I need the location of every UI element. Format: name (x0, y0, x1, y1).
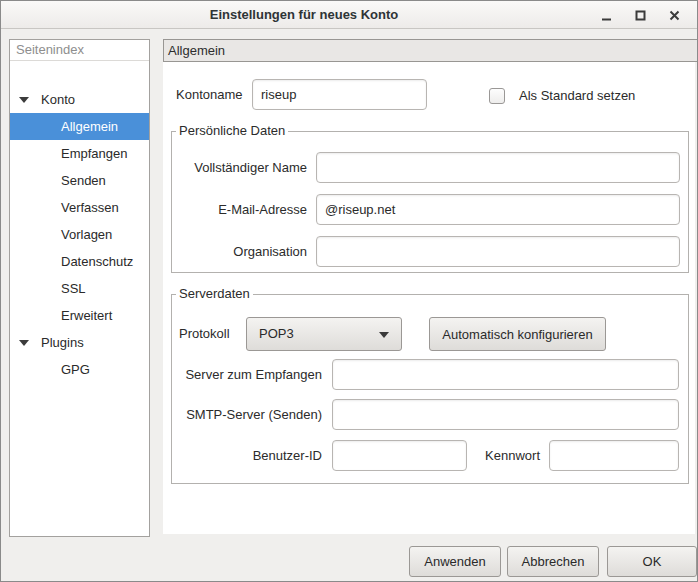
sidebar-item-datenschutz[interactable]: Datenschutz (10, 248, 149, 275)
content-panel: Kontoname Als Standard setzen Persönlich… (163, 62, 695, 534)
sidebar-item-label: SSL (61, 281, 86, 296)
kontoname-label: Kontoname (176, 87, 243, 103)
sidebar-item-label: Vorlagen (61, 227, 112, 242)
sidebar-item-label: Senden (61, 173, 106, 188)
sidebar-item-verfassen[interactable]: Verfassen (10, 194, 149, 221)
window-title: Einstellungen für neues Konto (1, 1, 607, 29)
full-name-input[interactable] (316, 152, 680, 183)
maximize-icon (635, 10, 646, 21)
page-title: Allgemein (163, 39, 698, 62)
ok-button[interactable]: OK (607, 546, 697, 577)
email-input[interactable] (316, 194, 680, 225)
protocol-label: Protokoll (179, 326, 230, 342)
sidebar-item-gpg[interactable]: GPG (10, 356, 149, 383)
user-id-label: Benutzer-ID (172, 448, 322, 464)
password-input[interactable] (549, 440, 679, 471)
account-settings-dialog: Einstellungen für neues Konto Seiteninde… (0, 0, 698, 582)
titlebar: Einstellungen für neues Konto (1, 1, 697, 29)
default-checkbox[interactable] (489, 88, 505, 104)
organisation-label: Organisation (172, 244, 307, 260)
expander-down-icon[interactable] (19, 97, 29, 103)
email-label: E-Mail-Adresse (172, 202, 307, 218)
protocol-select[interactable]: POP3 (246, 317, 402, 351)
sidebar-item-allgemein[interactable]: Allgemein (10, 113, 149, 140)
page-index-panel: Seitenindex Konto Allgemein Empfangen Se… (9, 39, 150, 537)
chevron-down-icon (379, 332, 389, 338)
window-controls (589, 1, 691, 29)
cancel-button[interactable]: Abbrechen (507, 546, 599, 577)
minimize-icon (601, 10, 612, 21)
user-id-input[interactable] (332, 440, 467, 471)
sidebar-item-vorlagen[interactable]: Vorlagen (10, 221, 149, 248)
sidebar-item-label: Empfangen (61, 146, 128, 161)
personal-data-frame: Persönliche Daten Vollständiger Name E-M… (171, 131, 689, 273)
page-index-header: Seitenindex (10, 40, 149, 61)
sidebar-item-senden[interactable]: Senden (10, 167, 149, 194)
full-name-label: Vollständiger Name (172, 160, 307, 176)
sidebar-item-label: Erweitert (61, 308, 112, 323)
protocol-selected-value: POP3 (259, 318, 294, 350)
sidebar-item-ssl[interactable]: SSL (10, 275, 149, 302)
apply-button[interactable]: Anwenden (409, 546, 501, 577)
organisation-input[interactable] (316, 236, 680, 267)
server-data-frame: Serverdaten Protokoll POP3 Automatisch k… (171, 294, 689, 484)
close-icon (669, 10, 680, 21)
sidebar-item-label: Konto (41, 92, 75, 107)
default-checkbox-label: Als Standard setzen (519, 88, 635, 104)
sidebar-item-konto[interactable]: Konto (10, 86, 149, 113)
minimize-button[interactable] (589, 1, 623, 29)
page-index-tree: Konto Allgemein Empfangen Senden Verfass… (10, 62, 149, 536)
auto-configure-button[interactable]: Automatisch konfigurieren (429, 317, 606, 351)
sidebar-item-erweitert[interactable]: Erweitert (10, 302, 149, 329)
expander-down-icon[interactable] (19, 340, 29, 346)
personal-data-legend: Persönliche Daten (176, 123, 288, 139)
sidebar-item-label: Allgemein (61, 119, 118, 134)
sidebar-item-empfangen[interactable]: Empfangen (10, 140, 149, 167)
kontoname-input[interactable] (252, 79, 427, 110)
server-data-legend: Serverdaten (176, 286, 253, 302)
close-button[interactable] (657, 1, 691, 29)
sidebar-item-label: GPG (61, 362, 90, 377)
sidebar-item-label: Plugins (41, 335, 84, 350)
receive-server-label: Server zum Empfangen (172, 367, 322, 383)
smtp-server-input[interactable] (332, 399, 679, 430)
sidebar-item-label: Datenschutz (61, 254, 133, 269)
password-label: Kennwort (470, 448, 540, 464)
smtp-server-label: SMTP-Server (Senden) (172, 407, 322, 423)
maximize-button[interactable] (623, 1, 657, 29)
sidebar-item-label: Verfassen (61, 200, 119, 215)
sidebar-item-plugins[interactable]: Plugins (10, 329, 149, 356)
receive-server-input[interactable] (332, 359, 679, 390)
